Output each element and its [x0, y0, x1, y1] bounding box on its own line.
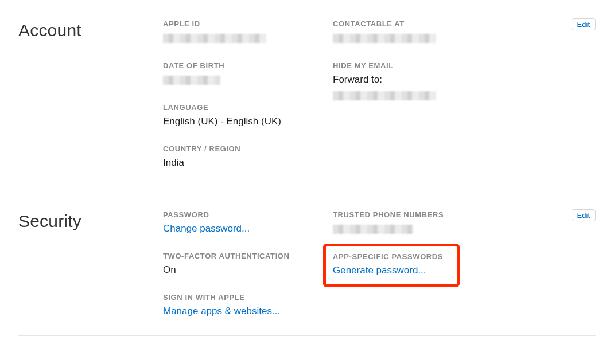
- language-value: English (UK) - English (UK): [163, 115, 333, 128]
- account-section: Account APPLE ID DATE OF BIRTH LANGUAGE …: [18, 17, 596, 187]
- contactable-value-redacted: [333, 34, 436, 43]
- twofa-value: On: [163, 264, 333, 277]
- account-columns: APPLE ID DATE OF BIRTH LANGUAGE English …: [163, 19, 596, 170]
- app-specific-label: APP-SPECIFIC PASSWORDS: [333, 252, 449, 261]
- forward-to-value-redacted: [333, 91, 436, 100]
- apple-id-value-redacted: [163, 34, 266, 43]
- forward-to-text: Forward to:: [333, 73, 503, 87]
- dob-label: DATE OF BIRTH: [163, 61, 333, 70]
- account-col-left: APPLE ID DATE OF BIRTH LANGUAGE English …: [163, 19, 333, 170]
- security-edit-button[interactable]: Edit: [572, 209, 596, 221]
- contactable-field: CONTACTABLE AT: [333, 19, 503, 45]
- apple-id-label: APPLE ID: [163, 19, 333, 28]
- password-label: PASSWORD: [163, 210, 333, 219]
- dob-value-redacted: [163, 76, 220, 85]
- app-specific-highlight: APP-SPECIFIC PASSWORDS Generate password…: [323, 244, 460, 287]
- security-title: Security: [18, 210, 163, 231]
- account-title: Account: [18, 19, 163, 40]
- apple-id-field: APPLE ID: [163, 19, 333, 45]
- security-col-right: TRUSTED PHONE NUMBERS APP-SPECIFIC PASSW…: [333, 210, 503, 318]
- country-label: COUNTRY / REGION: [163, 144, 333, 153]
- account-edit-button[interactable]: Edit: [572, 18, 596, 30]
- country-value: India: [163, 156, 333, 170]
- dob-field: DATE OF BIRTH: [163, 61, 333, 87]
- signin-apple-label: SIGN IN WITH APPLE: [163, 293, 333, 302]
- contactable-label: CONTACTABLE AT: [333, 19, 503, 28]
- security-section: Security PASSWORD Change password... TWO…: [18, 208, 596, 336]
- language-label: LANGUAGE: [163, 103, 333, 112]
- generate-password-link[interactable]: Generate password...: [333, 264, 449, 277]
- signin-apple-field: SIGN IN WITH APPLE Manage apps & website…: [163, 293, 333, 318]
- country-field: COUNTRY / REGION India: [163, 144, 333, 170]
- language-field: LANGUAGE English (UK) - English (UK): [163, 103, 333, 128]
- trusted-value-redacted: [333, 225, 413, 234]
- trusted-label: TRUSTED PHONE NUMBERS: [333, 210, 503, 219]
- hide-email-field: HIDE MY EMAIL Forward to:: [333, 61, 503, 103]
- change-password-link[interactable]: Change password...: [163, 222, 333, 236]
- manage-apps-link[interactable]: Manage apps & websites...: [163, 305, 333, 318]
- twofa-field: TWO-FACTOR AUTHENTICATION On: [163, 252, 333, 277]
- app-specific-field: APP-SPECIFIC PASSWORDS Generate password…: [333, 252, 503, 287]
- trusted-field: TRUSTED PHONE NUMBERS: [333, 210, 503, 236]
- security-col-left: PASSWORD Change password... TWO-FACTOR A…: [163, 210, 333, 318]
- account-col-right: CONTACTABLE AT HIDE MY EMAIL Forward to:: [333, 19, 503, 170]
- security-columns: PASSWORD Change password... TWO-FACTOR A…: [163, 210, 596, 318]
- password-field: PASSWORD Change password...: [163, 210, 333, 236]
- hide-email-label: HIDE MY EMAIL: [333, 61, 503, 70]
- twofa-label: TWO-FACTOR AUTHENTICATION: [163, 252, 333, 260]
